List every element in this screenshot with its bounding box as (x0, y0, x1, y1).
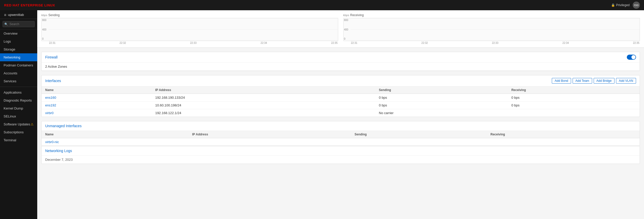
receiving-y-labels: 800 400 0 (344, 18, 349, 41)
main-content: kbps Sending 800 400 0 22 (37, 10, 644, 219)
receiving-kbps-label: kbps (343, 14, 349, 17)
unmanaged-ip (188, 138, 351, 146)
logs-title: Networking Logs (45, 149, 72, 153)
receiving-chart-area: 800 400 0 (343, 18, 640, 41)
col-ip: IP Address (151, 86, 375, 94)
ucol-name: Name (42, 131, 188, 138)
add-bond-button[interactable]: Add Bond (552, 78, 571, 84)
sending-x-labels: 22:31 22:32 22:33 22:34 22:35 (49, 42, 338, 44)
sidebar-item-logs[interactable]: Logs (0, 37, 37, 45)
sending-title: Sending (48, 13, 60, 17)
topbar-left: RED HAT ENTERPRISE LINUX (4, 3, 55, 7)
topbar-right: 🔒 Privileged roo (611, 2, 640, 9)
app-title: RED HAT ENTERPRISE LINUX (4, 3, 55, 7)
sending-chart-block: kbps Sending 800 400 0 22 (41, 13, 338, 44)
firewall-header: Firewall (42, 52, 640, 63)
interface-name-link[interactable]: ens192 (45, 103, 56, 107)
interfaces-table-header: Name IP Address Sending Receiving (42, 86, 640, 94)
ucol-ip: IP Address (188, 131, 351, 138)
interface-receiving (508, 109, 640, 117)
networking-logs-section: Networking Logs December 7, 2023 (41, 146, 640, 164)
col-name: Name (42, 86, 151, 94)
add-bridge-button[interactable]: Add Bridge (594, 78, 614, 84)
interface-sending: No carrier (375, 109, 508, 117)
search-icon: 🔍 (4, 23, 8, 26)
unmanaged-table-header: Name IP Address Sending Receiving (42, 131, 640, 138)
unmanaged-title: Unmanaged Interfaces (42, 121, 640, 131)
interface-ip: 10.60.100.198/24 (151, 102, 375, 109)
interface-ip: 192.168.190.133/24 (151, 94, 375, 102)
unmanaged-name-link[interactable]: virbr0-nic (45, 140, 59, 144)
add-team-button[interactable]: Add Team (573, 78, 592, 84)
sidebar-item-accounts[interactable]: Accounts (0, 69, 37, 77)
interface-sending: 0 bps (375, 94, 508, 102)
receiving-chart-svg (351, 18, 640, 41)
interface-sending: 0 bps (375, 102, 508, 109)
interfaces-header: Interfaces Add Bond Add Team Add Bridge … (42, 75, 640, 86)
sending-y-labels: 800 400 0 (42, 18, 47, 41)
lock-icon: 🔒 (611, 3, 615, 7)
interfaces-title: Interfaces (45, 79, 61, 83)
sidebar-item-subscriptions[interactable]: Subscriptions (0, 128, 37, 136)
interface-ip: 192.168.122.1/24 (151, 109, 375, 117)
sidebar-item-selinux[interactable]: SELinux (0, 112, 37, 120)
sidebar-item-storage[interactable]: Storage (0, 45, 37, 53)
unmanaged-interfaces-section: Unmanaged Interfaces Name IP Address Sen… (41, 121, 640, 146)
firewall-section: Firewall 2 Active Zones (41, 52, 640, 71)
sidebar-item-diagnostic[interactable]: Diagnostic Reports (0, 96, 37, 104)
charts-row: kbps Sending 800 400 0 22 (37, 10, 644, 48)
receiving-x-labels: 22:31 22:32 22:33 22:34 22:35 (351, 42, 640, 44)
col-receiving: Receiving (508, 86, 640, 94)
interface-receiving: 0 bps (508, 94, 640, 102)
table-row: virbr0 192.168.122.1/24 No carrier (42, 109, 640, 117)
receiving-chart-block: kbps Receiving 800 400 0 (343, 13, 640, 44)
sidebar-item-kernel[interactable]: Kernel Dump (0, 104, 37, 112)
firewall-toggle[interactable] (627, 55, 636, 60)
host-icon: 🖥 (4, 13, 6, 16)
firewall-active-zones: 2 Active Zones (42, 63, 640, 71)
interfaces-buttons: Add Bond Add Team Add Bridge Add VLAN (552, 78, 636, 84)
table-row: virbr0-nic (42, 138, 640, 146)
interfaces-section: Interfaces Add Bond Add Team Add Bridge … (41, 75, 640, 117)
table-row: ens160 192.168.190.133/24 0 bps 0 bps (42, 94, 640, 102)
unmanaged-sending (351, 138, 487, 146)
sidebar-host[interactable]: 🖥 upwenitlab (0, 10, 37, 19)
sidebar-item-networking[interactable]: Networking (0, 53, 37, 61)
unmanaged-table: Name IP Address Sending Receiving virbr0… (42, 131, 640, 146)
receiving-title: Receiving (350, 13, 364, 17)
sending-kbps-label: kbps (41, 14, 47, 17)
topbar: RED HAT ENTERPRISE LINUX 🔒 Privileged ro… (0, 0, 644, 10)
sending-chart-area: 800 400 0 (41, 18, 338, 41)
table-row: ens192 10.60.100.198/24 0 bps 0 bps (42, 102, 640, 109)
interface-name-link[interactable]: ens160 (45, 96, 56, 99)
ucol-receiving: Receiving (487, 131, 640, 138)
col-sending: Sending (375, 86, 508, 94)
firewall-title[interactable]: Firewall (45, 55, 58, 59)
sidebar-item-overview[interactable]: Overview (0, 29, 37, 37)
warning-icon: ⚠ (31, 122, 34, 126)
logs-preview: December 7, 2023 (42, 156, 640, 164)
sidebar-item-software[interactable]: Software Updates ⚠ (0, 120, 37, 128)
logs-header: Networking Logs (42, 146, 640, 156)
unmanaged-receiving (487, 138, 640, 146)
sidebar-item-applications[interactable]: Applications (0, 88, 37, 96)
sending-chart-svg (49, 18, 338, 41)
sidebar-item-services[interactable]: Services (0, 77, 37, 85)
interface-receiving: 0 bps (508, 102, 640, 109)
sidebar-search-area: 🔍 (0, 19, 37, 29)
sidebar-item-podman[interactable]: Podman Containers (0, 61, 37, 69)
sidebar: 🖥 upwenitlab 🔍 Overview Logs Storage Net… (0, 10, 37, 219)
sidebar-item-terminal[interactable]: Terminal (0, 136, 37, 144)
interfaces-table: Name IP Address Sending Receiving ens160… (42, 86, 640, 117)
ucol-sending: Sending (351, 131, 487, 138)
user-avatar[interactable]: roo (633, 2, 640, 9)
interface-name-link[interactable]: virbr0 (45, 111, 54, 115)
add-vlan-button[interactable]: Add VLAN (616, 78, 636, 84)
privileged-label: 🔒 Privileged (611, 3, 630, 7)
